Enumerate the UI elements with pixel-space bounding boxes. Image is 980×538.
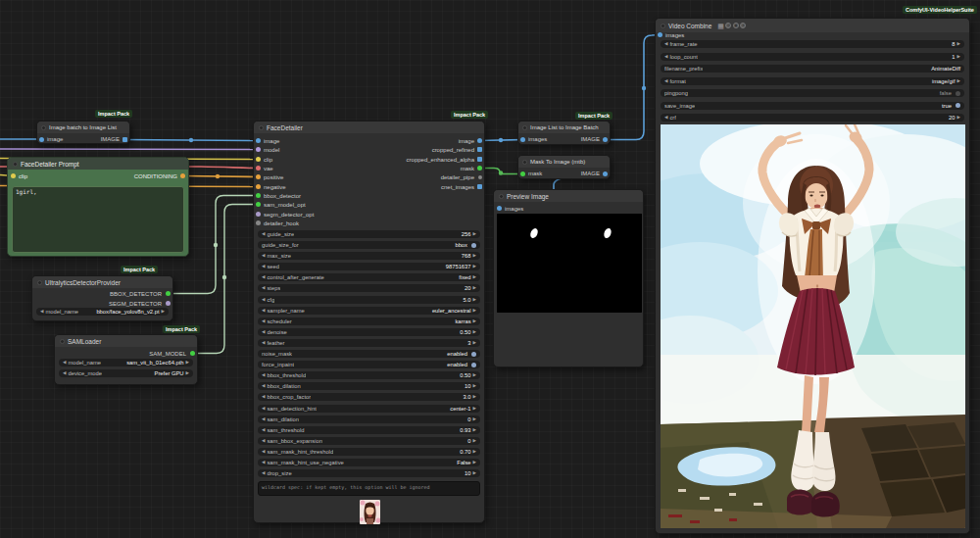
node-facedetailer-prompt[interactable]: FaceDetailer Prompt clip CONDITIONING 1g… bbox=[7, 157, 189, 257]
decrement-icon[interactable] bbox=[40, 308, 43, 316]
decrement-icon[interactable] bbox=[262, 328, 265, 336]
input-port-clip[interactable] bbox=[256, 157, 261, 162]
output-port-detailer-pipe[interactable] bbox=[478, 175, 482, 179]
increment-icon[interactable] bbox=[473, 263, 476, 270]
widget-filename-prefix[interactable]: filename_prefixAnimateDiff bbox=[661, 65, 964, 73]
decrement-icon[interactable] bbox=[262, 437, 265, 445]
node-video-combine[interactable]: Video Combine ↺ ▣ ✕ images frame_rate8 l… bbox=[655, 18, 970, 534]
decrement-icon[interactable] bbox=[262, 469, 265, 477]
wildcard-textarea[interactable]: wildcard spec: if kept empty, this optio… bbox=[258, 481, 480, 496]
decrement-icon[interactable] bbox=[664, 114, 667, 122]
widget-sam-mask-hint-use-negative[interactable]: sam_mask_hint_use_negativeFalse bbox=[258, 459, 480, 466]
collapse-dot-icon[interactable] bbox=[259, 125, 264, 130]
increment-icon[interactable] bbox=[473, 318, 476, 325]
toggle-dot-icon[interactable] bbox=[956, 103, 960, 108]
widget-scheduler[interactable]: schedulerkarras bbox=[258, 318, 480, 325]
increment-icon[interactable] bbox=[957, 40, 960, 48]
output-port-cnet-images[interactable] bbox=[477, 184, 482, 189]
widget-denoise[interactable]: denoise0.50 bbox=[258, 328, 480, 336]
link-midpoint-dot[interactable] bbox=[214, 243, 218, 247]
increment-icon[interactable] bbox=[186, 359, 189, 367]
node-title-bar[interactable]: SAMLoader bbox=[55, 335, 197, 347]
input-port-image[interactable] bbox=[256, 138, 261, 143]
widget-loop-count[interactable]: loop_count1 bbox=[661, 53, 964, 61]
vhs-close-button-icon[interactable]: ✕ bbox=[740, 23, 746, 28]
link-midpoint-dot[interactable] bbox=[216, 174, 220, 178]
collapse-dot-icon[interactable] bbox=[661, 24, 665, 28]
increment-icon[interactable] bbox=[473, 437, 476, 445]
widget-guide-size[interactable]: guide_size256 bbox=[258, 230, 480, 238]
input-port-bbox-detector[interactable] bbox=[256, 193, 261, 198]
collapse-dot-icon[interactable] bbox=[13, 162, 18, 167]
widget-sam-dilation[interactable]: sam_dilation0 bbox=[258, 416, 480, 423]
collapse-dot-icon[interactable] bbox=[522, 125, 527, 130]
decrement-icon[interactable] bbox=[262, 448, 265, 456]
decrement-icon[interactable] bbox=[664, 77, 667, 85]
widget-force-inpaint[interactable]: force_inpaintenabled bbox=[258, 361, 480, 368]
node-image-batch-to-image-list[interactable]: Image batch to Image List image IMAGE bbox=[36, 121, 130, 144]
input-port-negative[interactable] bbox=[256, 184, 261, 189]
input-port-mask[interactable] bbox=[520, 171, 525, 176]
decrement-icon[interactable] bbox=[262, 405, 265, 413]
decrement-icon[interactable] bbox=[262, 230, 265, 238]
output-port-mask[interactable] bbox=[477, 166, 482, 171]
wire-batch-to-videocombine[interactable] bbox=[605, 35, 660, 140]
link-midpoint-dot[interactable] bbox=[642, 86, 646, 90]
input-port-positive[interactable] bbox=[256, 174, 261, 179]
node-title-bar[interactable]: UltralyticsDetectorProvider bbox=[32, 276, 172, 288]
toggle-dot-icon[interactable] bbox=[471, 243, 476, 248]
widget-sampler-name[interactable]: sampler_nameeuler_ancestral bbox=[258, 307, 480, 315]
widget-cfg[interactable]: cfg5.0 bbox=[258, 296, 480, 304]
decrement-icon[interactable] bbox=[262, 307, 265, 315]
output-port-cropped-enhanced-alpha[interactable] bbox=[477, 157, 482, 162]
input-port-images[interactable] bbox=[497, 206, 502, 211]
input-port-model[interactable] bbox=[256, 147, 261, 152]
link-midpoint-dot[interactable] bbox=[499, 171, 503, 174]
node-mask-to-image[interactable]: Mask To Image (mtb) mask IMAGE bbox=[517, 155, 611, 179]
increment-icon[interactable] bbox=[473, 252, 476, 260]
widget-steps[interactable]: steps20 bbox=[258, 284, 480, 292]
output-port-bbox-detector[interactable] bbox=[166, 291, 171, 296]
widget-pingpong[interactable]: pingpongfalse bbox=[661, 89, 964, 97]
widget-bbox-dilation[interactable]: bbox_dilation10 bbox=[258, 382, 480, 390]
toggle-dot-icon[interactable] bbox=[471, 352, 476, 357]
widget-feather[interactable]: feather3 bbox=[258, 339, 480, 347]
increment-icon[interactable] bbox=[473, 405, 476, 413]
input-port-images[interactable] bbox=[658, 32, 662, 37]
decrement-icon[interactable] bbox=[262, 426, 265, 434]
node-title-bar[interactable]: Video Combine ↺ ▣ ✕ bbox=[656, 19, 969, 32]
input-port-vae[interactable] bbox=[256, 166, 261, 171]
decrement-icon[interactable] bbox=[262, 371, 265, 379]
node-title-bar[interactable]: Mask To Image (mtb) bbox=[518, 156, 610, 168]
widget-sam-bbox-expansion[interactable]: sam_bbox_expansion0 bbox=[258, 437, 480, 445]
decrement-icon[interactable] bbox=[262, 263, 265, 270]
widget-seed[interactable]: seed98751637 bbox=[258, 263, 480, 270]
output-port-image-list[interactable] bbox=[122, 137, 127, 142]
output-port-cropped-refined[interactable] bbox=[477, 147, 482, 152]
comfyui-canvas[interactable]: Impact Pack Impact Pack Impact Pack Impa… bbox=[0, 0, 980, 538]
increment-icon[interactable] bbox=[473, 416, 476, 423]
widget-format[interactable]: formatimage/gif bbox=[661, 77, 964, 85]
decrement-icon[interactable] bbox=[262, 393, 265, 401]
output-port-image[interactable] bbox=[477, 138, 482, 143]
node-title-bar[interactable]: FaceDetailer Prompt bbox=[8, 158, 188, 170]
decrement-icon[interactable] bbox=[63, 369, 66, 377]
widget-save-image[interactable]: save_imagetrue bbox=[661, 102, 964, 110]
increment-icon[interactable] bbox=[473, 328, 476, 336]
node-title-bar[interactable]: FaceDetailer bbox=[254, 122, 484, 133]
node-image-list-to-image-batch[interactable]: Image List to Image Batch images IMAGE bbox=[517, 121, 611, 145]
widget-noise-mask[interactable]: noise_maskenabled bbox=[258, 350, 480, 358]
node-sam-loader[interactable]: SAMLoader SAM_MODEL model_namesam_vit_b_… bbox=[54, 334, 198, 385]
film-preview-icon[interactable] bbox=[717, 23, 724, 29]
output-port-segm-detector[interactable] bbox=[166, 301, 171, 306]
vhs-open-button-icon[interactable]: ▣ bbox=[733, 23, 739, 28]
link-midpoint-dot[interactable] bbox=[222, 275, 226, 279]
decrement-icon[interactable] bbox=[262, 284, 265, 292]
widget-frame-rate[interactable]: frame_rate8 bbox=[661, 40, 964, 48]
decrement-icon[interactable] bbox=[63, 359, 66, 367]
decrement-icon[interactable] bbox=[664, 53, 667, 61]
increment-icon[interactable] bbox=[473, 339, 476, 347]
increment-icon[interactable] bbox=[473, 382, 476, 390]
decrement-icon[interactable] bbox=[262, 416, 265, 423]
widget-sam-detection-hint[interactable]: sam_detection_hintcenter-1 bbox=[258, 405, 480, 413]
